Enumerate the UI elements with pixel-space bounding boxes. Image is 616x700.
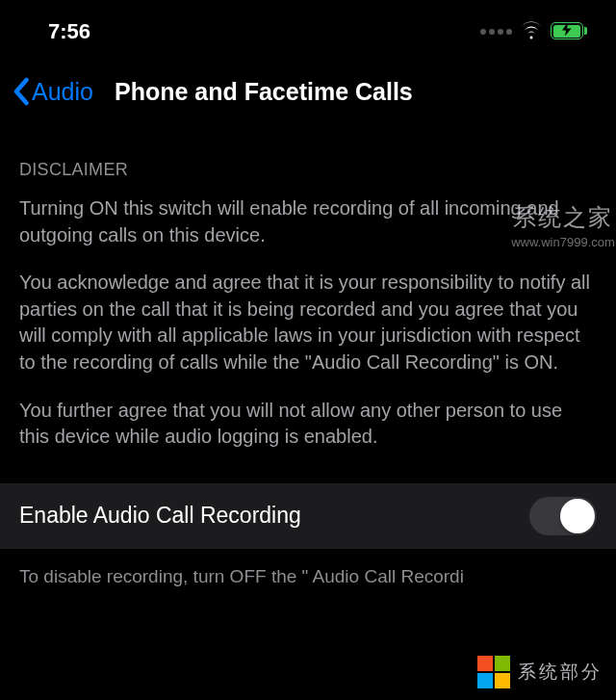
cellular-icon xyxy=(480,29,512,35)
watermark-top-text: 系统之家 xyxy=(510,202,616,233)
microsoft-logo-icon xyxy=(477,656,510,688)
disclaimer-paragraph-3: You further agree that you will not allo… xyxy=(0,398,616,472)
battery-charging-icon xyxy=(562,23,572,39)
navigation-bar: Audio Phone and Facetime Calls xyxy=(0,56,616,135)
chevron-left-icon xyxy=(12,77,30,106)
enable-recording-toggle[interactable] xyxy=(529,497,597,535)
page-title: Phone and Facetime Calls xyxy=(115,78,413,106)
toggle-label: Enable Audio Call Recording xyxy=(19,503,301,529)
back-button[interactable]: Audio xyxy=(12,77,93,106)
watermark-bottom: 系统部分 xyxy=(477,656,603,688)
enable-recording-row: Enable Audio Call Recording xyxy=(0,483,616,549)
disclaimer-header: DISCLAIMER xyxy=(0,135,616,195)
footer-help-text: To disable recording, turn OFF the " Aud… xyxy=(0,549,616,590)
battery-icon xyxy=(551,22,587,41)
back-label: Audio xyxy=(32,78,93,106)
status-time: 7:56 xyxy=(48,19,90,44)
status-indicators xyxy=(480,20,587,43)
watermark-top: 系统之家 www.win7999.com xyxy=(510,202,616,249)
watermark-top-url: www.win7999.com xyxy=(510,235,616,249)
status-bar: 7:56 xyxy=(0,0,616,56)
wifi-icon xyxy=(520,20,543,43)
toggle-knob xyxy=(560,499,595,533)
disclaimer-paragraph-2: You acknowledge and agree that it is you… xyxy=(0,270,616,397)
watermark-bottom-text: 系统部分 xyxy=(518,660,603,685)
